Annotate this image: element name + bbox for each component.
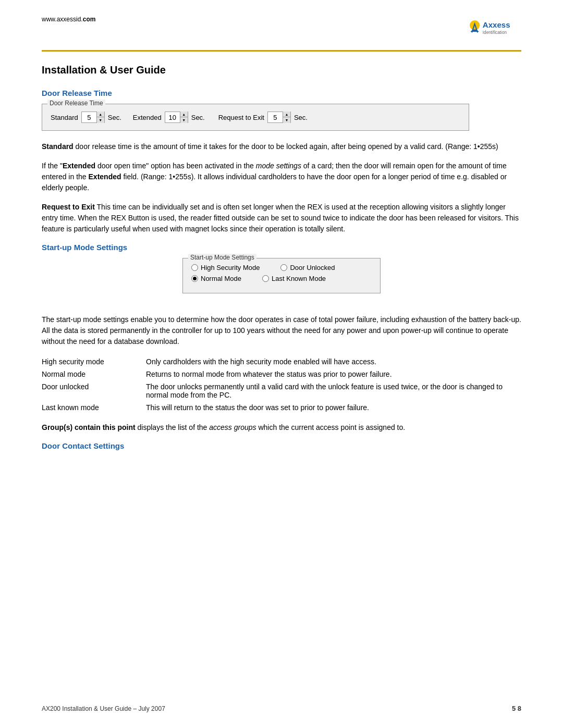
door-release-heading: Door Release Time [42,89,521,97]
radio-last-known-circle[interactable] [262,275,269,282]
startup-groupbox-wrapper: Start-up Mode Settings High Security Mod… [42,258,521,304]
radio-normal-mode-label: Normal Mode [201,275,241,282]
url-prefix: www.axxessid. [42,16,83,23]
mode-table: High security mode Only cardholders with… [42,355,521,414]
radio-last-known-label: Last Known Mode [272,275,326,282]
extended-spin-buttons[interactable]: ▲ ▼ [180,112,188,123]
rex-spin-down[interactable]: ▼ [283,117,290,123]
extended-unit: Sec. [191,114,205,121]
door-release-groupbox-label: Door Release Time [47,100,105,107]
url-bold: com [83,16,96,23]
rex-unit: Sec. [294,114,308,121]
table-row: Normal mode Returns to normal mode from … [42,368,521,380]
startup-mode-heading: Start-up Mode Settings [42,243,521,252]
svg-text:Identification: Identification [483,30,507,35]
footer-page: 5 8 [512,705,521,712]
mode-left-3: Door unlocked [42,380,146,401]
main-title: Installation & User Guide [42,64,521,76]
door-release-controls: Standard ▲ ▼ Sec. Extended ▲ ▼ [51,112,460,123]
mode-settings-italic: mode settings [256,162,301,170]
svg-text:Axxess: Axxess [483,20,510,29]
radio-door-unlocked-circle[interactable] [280,264,287,271]
radio-normal-mode[interactable]: Normal Mode [191,275,241,282]
radio-normal-mode-circle[interactable] [191,275,198,282]
standard-spin-up[interactable]: ▲ [97,112,104,117]
page: www.axxessid.com Axxess Identification I… [0,0,563,728]
groups-bold: Group(s) contain this point [42,423,136,431]
extended-spin-up[interactable]: ▲ [180,112,188,117]
extended-spin-down[interactable]: ▼ [180,117,188,123]
rex-spin-up[interactable]: ▲ [283,112,290,117]
radio-high-security[interactable]: High Security Mode [191,264,260,272]
mode-left-2: Normal mode [42,368,146,380]
mode-right-3: The door unlocks permanently until a val… [146,380,521,401]
rex-bold: Request to Exit [42,203,95,211]
door-release-para3: Request to Exit This time can be individ… [42,202,521,235]
door-release-para2: If the "Extended door open time" option … [42,161,521,193]
mode-right-1: Only cardholders with the high security … [146,355,521,368]
header: www.axxessid.com Axxess Identification [42,16,521,46]
startup-para1: The start-up mode settings enable you to… [42,314,521,347]
radio-door-unlocked[interactable]: Door Unlocked [280,264,335,272]
door-release-groupbox: Door Release Time Standard ▲ ▼ Sec. Exte… [42,104,469,131]
logo-area: Axxess Identification [464,16,521,46]
mode-left-1: High security mode [42,355,146,368]
extended-bold: Extended [63,162,95,170]
footer: AX200 Installation & User Guide – July 2… [42,705,521,712]
radio-high-security-label: High Security Mode [201,264,260,272]
gold-divider [42,50,521,52]
startup-groupbox: Start-up Mode Settings High Security Mod… [182,258,381,293]
door-contact-heading: Door Contact Settings [42,441,521,450]
door-release-section: Door Release Time Door Release Time Stan… [42,89,521,235]
radio-high-security-circle[interactable] [191,264,198,271]
standard-label: Standard [51,114,78,121]
groups-para: Group(s) contain this point displays the… [42,422,521,433]
door-contact-section: Door Contact Settings [42,441,521,450]
header-url: www.axxessid.com [42,16,95,23]
extended-label: Extended [133,114,162,121]
para1-text: door release time is the amount of time … [76,142,498,151]
radio-last-known[interactable]: Last Known Mode [262,275,326,282]
table-row: Door unlocked The door unlocks permanent… [42,380,521,401]
table-row: Last known mode This will return to the … [42,401,521,414]
access-groups-italic: access groups [209,423,256,431]
mode-right-4: This will return to the status the door … [146,401,521,414]
startup-radio-row2: Normal Mode Last Known Mode [191,275,368,282]
startup-groupbox-label: Start-up Mode Settings [188,254,256,261]
extended-input[interactable] [165,112,180,122]
mode-right-2: Returns to normal mode from whatever the… [146,368,521,380]
rex-spin-buttons[interactable]: ▲ ▼ [283,112,290,123]
mode-left-4: Last known mode [42,401,146,414]
door-release-para1: Standard door release time is the amount… [42,141,521,152]
standard-bold: Standard [42,142,74,151]
extended-bold2: Extended [89,172,121,181]
startup-radio-row1: High Security Mode Door Unlocked [191,264,368,272]
rex-spinner[interactable]: ▲ ▼ [267,112,291,123]
rex-input[interactable] [268,112,283,122]
standard-spinner[interactable]: ▲ ▼ [81,112,105,123]
footer-left: AX200 Installation & User Guide – July 2… [42,705,165,712]
rex-label: Request to Exit [218,114,264,121]
radio-door-unlocked-label: Door Unlocked [290,264,335,272]
axxess-logo: Axxess Identification [464,16,521,44]
standard-unit: Sec. [108,114,121,121]
table-row: High security mode Only cardholders with… [42,355,521,368]
extended-spinner[interactable]: ▲ ▼ [165,112,188,123]
standard-spin-down[interactable]: ▼ [97,117,104,123]
standard-spin-buttons[interactable]: ▲ ▼ [96,112,104,123]
startup-mode-section: Start-up Mode Settings Start-up Mode Set… [42,243,521,433]
standard-input[interactable] [82,112,96,122]
